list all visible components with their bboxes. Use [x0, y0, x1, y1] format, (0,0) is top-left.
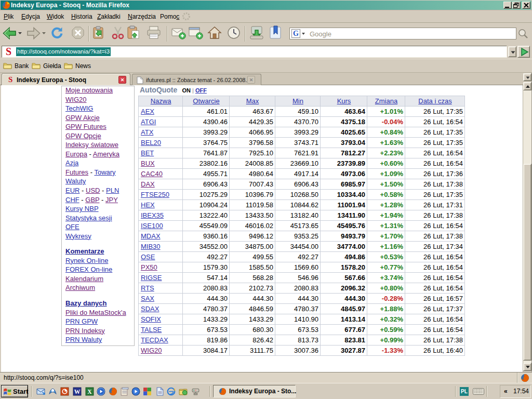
svg-text:X: X [87, 389, 92, 395]
svg-text:W: W [74, 389, 81, 395]
svg-text:G: G [293, 30, 299, 37]
